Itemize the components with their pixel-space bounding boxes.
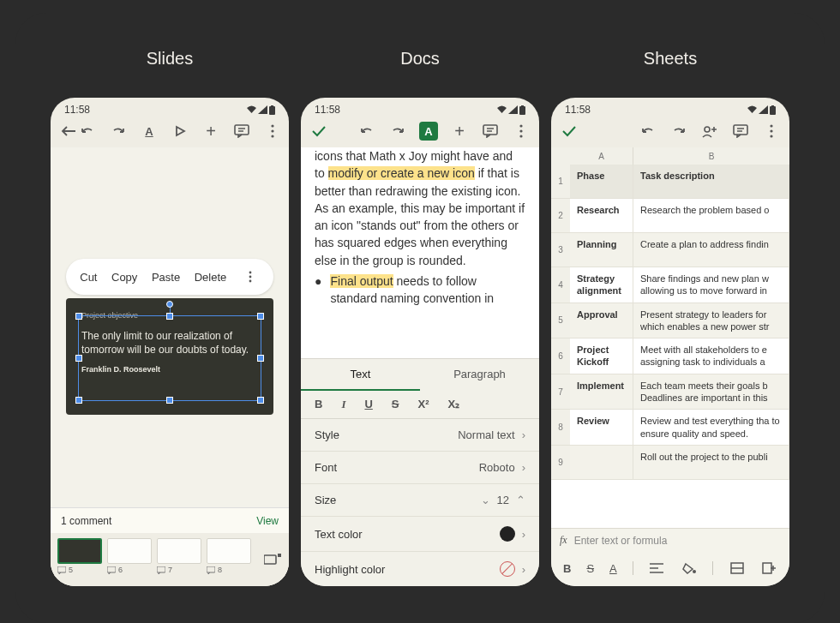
cell[interactable]: Create a plan to address findin [633, 233, 789, 267]
formula-bar[interactable]: fx Enter text or formula [551, 528, 789, 552]
cell[interactable]: Task description [633, 165, 789, 198]
cell[interactable]: Project Kickoff [570, 338, 633, 374]
row-header[interactable]: 5 [551, 303, 570, 338]
comment-icon[interactable] [731, 122, 750, 141]
cell[interactable]: Research [570, 199, 633, 232]
cell[interactable]: Approval [570, 303, 633, 338]
undo-icon[interactable] [639, 122, 657, 141]
svg-rect-11 [57, 566, 66, 572]
more-icon[interactable] [263, 122, 282, 141]
svg-rect-30 [734, 125, 747, 135]
rotate-handle[interactable] [166, 301, 173, 308]
context-more-icon[interactable] [241, 267, 260, 286]
view-button[interactable]: View [256, 515, 279, 527]
back-icon[interactable] [59, 122, 78, 141]
redo-icon[interactable] [669, 122, 688, 141]
textcolor-row[interactable]: Text color › [301, 517, 539, 552]
tab-paragraph[interactable]: Paragraph [420, 359, 539, 391]
cell[interactable]: Strategy alignment [570, 267, 633, 303]
layout-icon[interactable] [263, 550, 282, 569]
redo-icon[interactable] [388, 122, 407, 141]
share-icon[interactable] [700, 122, 719, 141]
row-header[interactable]: 6 [551, 338, 570, 374]
text-color-button[interactable]: A [609, 562, 617, 575]
thumb-5[interactable]: 5 [57, 538, 102, 574]
cell[interactable]: Review [570, 410, 633, 445]
cell[interactable]: Planning [570, 233, 633, 267]
undo-icon[interactable] [78, 122, 97, 141]
add-icon[interactable]: + [450, 122, 469, 141]
cell[interactable]: Share findings and new plan w allowing u… [633, 267, 789, 303]
bullet-text: Final output needs to follow standard na… [330, 273, 525, 308]
row-header[interactable]: 7 [551, 374, 570, 410]
cell[interactable]: Roll out the project to the publi [633, 446, 789, 479]
paste-button[interactable]: Paste [152, 271, 180, 284]
row-header[interactable]: 4 [551, 267, 570, 303]
font-row[interactable]: Font Roboto› [301, 452, 539, 484]
cell[interactable]: Research the problem based o [633, 199, 789, 232]
cell[interactable]: Implement [570, 374, 633, 410]
highlightcolor-row[interactable]: Highlight color › [301, 552, 539, 586]
formula-input[interactable]: Enter text or formula [574, 535, 668, 547]
undo-icon[interactable] [357, 122, 376, 141]
phone-docs: 11:58 A + [301, 98, 539, 586]
col-header-b[interactable]: B [633, 147, 789, 165]
insert-button[interactable] [761, 559, 777, 578]
selection-box[interactable] [78, 315, 261, 401]
play-icon[interactable] [171, 122, 189, 141]
delete-button[interactable]: Delete [195, 271, 227, 284]
subscript-button[interactable]: X₂ [448, 398, 460, 411]
thumb-6[interactable]: 6 [107, 538, 152, 574]
cell[interactable]: Meet with all stakeholders to e assignin… [633, 338, 789, 374]
svg-rect-12 [107, 566, 116, 572]
redo-icon[interactable] [109, 122, 128, 141]
row-header[interactable]: 9 [551, 446, 570, 479]
col-header-a[interactable]: A [570, 147, 633, 165]
cut-button[interactable]: Cut [80, 271, 97, 284]
svg-rect-16 [278, 554, 281, 557]
row-header[interactable]: 8 [551, 410, 570, 445]
fill-color-button[interactable] [681, 559, 697, 578]
row-header[interactable]: 2 [551, 199, 570, 232]
italic-button[interactable]: I [341, 398, 345, 411]
cell[interactable] [570, 446, 633, 479]
slide-canvas[interactable]: Project objective The only limit to our … [66, 298, 273, 415]
size-decrease-icon[interactable]: ⌄ [481, 494, 490, 506]
superscript-button[interactable]: X² [418, 398, 429, 411]
style-row[interactable]: Style Normal text› [301, 419, 539, 452]
col-title-sheets: Sheets [644, 49, 697, 69]
more-icon[interactable] [762, 122, 781, 141]
sheet-grid[interactable]: A B 1 Phase Task description 2ResearchRe… [551, 147, 789, 528]
text-format-icon[interactable]: A [140, 122, 159, 141]
done-icon[interactable] [560, 122, 579, 141]
comment-icon[interactable] [232, 122, 251, 141]
tab-text[interactable]: Text [301, 359, 420, 391]
cell[interactable]: Each team meets their goals b Deadlines … [633, 374, 789, 410]
cell[interactable]: Phase [570, 165, 633, 198]
add-icon[interactable]: + [201, 122, 220, 141]
phone-sheets: 11:58 [551, 98, 789, 586]
bold-button[interactable]: B [563, 562, 571, 575]
underline-button[interactable]: U [364, 398, 372, 411]
copy-button[interactable]: Copy [111, 271, 137, 284]
bold-button[interactable]: B [315, 398, 322, 411]
align-button[interactable] [649, 559, 665, 578]
wifi-icon [247, 105, 256, 114]
size-increase-icon[interactable]: ⌃ [516, 494, 525, 506]
row-header[interactable]: 1 [551, 165, 570, 198]
row-header[interactable]: 3 [551, 233, 570, 267]
cell[interactable]: Present strategy to leaders for which en… [633, 303, 789, 338]
strike-button[interactable]: S [586, 562, 594, 575]
text-format-icon[interactable]: A [419, 122, 438, 141]
document-body[interactable]: icons that Math x Joy might have and to … [301, 147, 539, 358]
thumb-8[interactable]: 8 [207, 538, 251, 574]
thumb-7[interactable]: 7 [157, 538, 201, 574]
bullet-icon: ● [315, 273, 321, 308]
strike-button[interactable]: S [392, 398, 399, 411]
cell[interactable]: Review and test everything tha to ensure… [633, 410, 789, 445]
comment-icon[interactable] [481, 122, 500, 141]
size-row[interactable]: Size ⌄ 12 ⌃ [301, 484, 539, 517]
done-icon[interactable] [309, 122, 328, 141]
cell-format-button[interactable] [729, 559, 745, 578]
more-icon[interactable] [512, 122, 531, 141]
